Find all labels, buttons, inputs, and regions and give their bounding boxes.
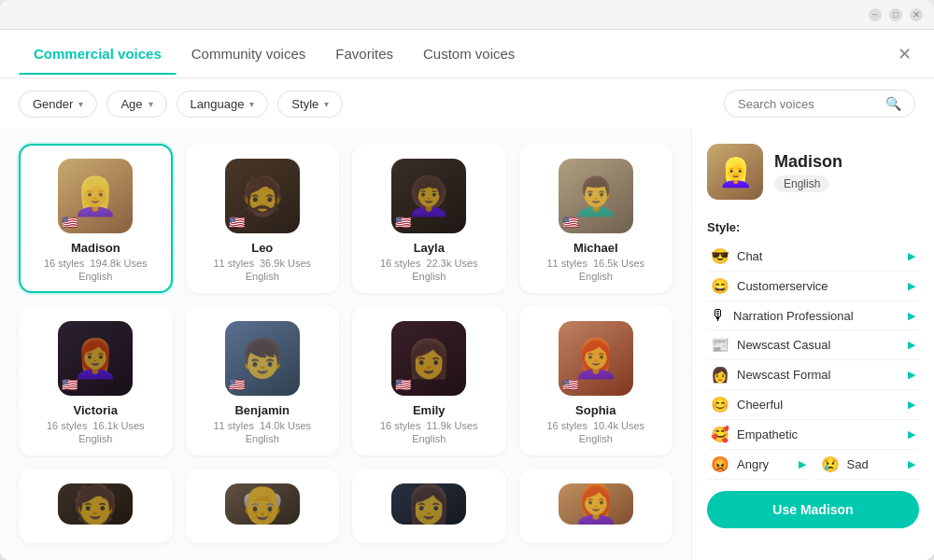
voice-avatar: 👩‍🦰 (559, 483, 633, 525)
side-voice-language: English (774, 175, 829, 192)
voice-card-emily[interactable]: 👩 🇺🇸 Emily 16 styles 11.9k Uses English (352, 306, 506, 455)
side-voice-info: Madison English (774, 152, 842, 192)
style-name: Angry (737, 457, 791, 471)
style-name: Chat (737, 249, 900, 263)
maximize-button[interactable]: □ (889, 8, 902, 21)
style-item-customerservice[interactable]: 😄 Customerservice ▶ (707, 272, 919, 301)
voice-language: English (246, 433, 279, 444)
style-item-cheerful[interactable]: 😊 Cheerful ▶ (707, 390, 919, 420)
style-item-empathetic[interactable]: 🥰 Empathetic ▶ (707, 420, 919, 450)
age-chevron-icon: ▾ (149, 99, 153, 109)
style-name: Newscast Formal (737, 368, 900, 382)
use-voice-button[interactable]: Use Madison (707, 491, 919, 528)
style-name: Sad (847, 457, 901, 471)
play-icon[interactable]: ▶ (908, 310, 915, 322)
flag-badge: 🇺🇸 (62, 377, 78, 392)
flag-badge: 🇺🇸 (229, 215, 245, 230)
style-filter[interactable]: Style ▾ (277, 91, 343, 118)
voice-card-partial1[interactable]: 🧑 (19, 469, 173, 543)
voice-avatar: 👩‍🦱 🇺🇸 (391, 159, 466, 233)
main-content: 👱‍♀️ 🇺🇸 Madison 16 styles 194.8k Uses En… (0, 129, 934, 560)
voice-avatar: 👨‍🦱 🇺🇸 (559, 159, 633, 233)
tab-favorites[interactable]: Favorites (320, 33, 408, 75)
voice-name: Madison (71, 241, 120, 255)
voice-name: Emily (413, 403, 446, 417)
style-item-angry[interactable]: 😡 Angry ▶ (707, 450, 810, 480)
side-panel: 👱‍♀️ Madison English Style: 😎 Chat ▶ 😄 C… (691, 129, 934, 560)
play-icon[interactable]: ▶ (908, 339, 915, 351)
voice-meta: 16 styles 22.3k Uses (380, 258, 478, 269)
search-box: 🔍 (724, 90, 915, 118)
voice-language: English (246, 271, 279, 282)
gender-filter[interactable]: Gender ▾ (19, 91, 97, 118)
voice-meta: 16 styles 11.9k Uses (380, 420, 478, 431)
voice-card-benjamin[interactable]: 👦 🇺🇸 Benjamin 11 styles 14.0k Uses Engli… (186, 306, 340, 455)
play-icon[interactable]: ▶ (799, 458, 806, 470)
style-item-chat[interactable]: 😎 Chat ▶ (707, 242, 919, 272)
close-button[interactable]: ✕ (910, 8, 923, 21)
style-item-sad[interactable]: 😢 Sad ▶ (817, 450, 920, 480)
style-emoji: 😡 (711, 455, 729, 473)
voice-avatar: 👦 🇺🇸 (225, 321, 300, 396)
voice-avatar: 👴 (225, 483, 300, 525)
voice-card-layla[interactable]: 👩‍🦱 🇺🇸 Layla 16 styles 22.3k Uses Englis… (352, 144, 506, 293)
voice-card-michael[interactable]: 👨‍🦱 🇺🇸 Michael 11 styles 16.5k Uses Engl… (519, 144, 673, 293)
side-avatar: 👱‍♀️ (707, 144, 763, 200)
voice-card-partial4[interactable]: 👩‍🦰 (519, 469, 673, 543)
play-icon[interactable]: ▶ (908, 428, 915, 441)
language-filter[interactable]: Language ▾ (177, 91, 269, 118)
minimize-button[interactable]: − (869, 8, 882, 21)
flag-badge: 🇺🇸 (395, 377, 411, 392)
app-window: − □ ✕ Commercial voices Community voices… (0, 0, 934, 560)
styles-list: 😎 Chat ▶ 😄 Customerservice ▶ 🎙 Narration… (707, 242, 919, 450)
flag-badge: 🇺🇸 (562, 377, 578, 392)
play-icon[interactable]: ▶ (908, 369, 915, 381)
style-name: Narration Professional (733, 309, 900, 323)
play-icon[interactable]: ▶ (908, 280, 915, 292)
tab-custom[interactable]: Custom voices (408, 33, 530, 75)
voice-name: Michael (573, 241, 618, 255)
voice-card-partial2[interactable]: 👴 (186, 469, 340, 543)
voice-card-madison[interactable]: 👱‍♀️ 🇺🇸 Madison 16 styles 194.8k Uses En… (19, 144, 173, 293)
voice-meta: 11 styles 36.9k Uses (213, 258, 311, 269)
gender-chevron-icon: ▾ (78, 99, 83, 109)
tabs-bar: Commercial voices Community voices Favor… (0, 30, 934, 78)
voice-grid: 👱‍♀️ 🇺🇸 Madison 16 styles 194.8k Uses En… (19, 144, 672, 543)
voice-meta: 16 styles 10.4k Uses (546, 420, 644, 431)
voice-language: English (412, 433, 446, 444)
search-icon[interactable]: 🔍 (885, 96, 901, 111)
age-filter[interactable]: Age ▾ (106, 91, 166, 118)
voice-avatar: 👩‍🦰 🇺🇸 (58, 321, 133, 396)
style-item-narration[interactable]: 🎙 Narration Professional ▶ (707, 301, 919, 330)
tab-community[interactable]: Community voices (177, 33, 321, 75)
bottom-styles-row: 😡 Angry ▶ 😢 Sad ▶ (707, 450, 919, 480)
style-item-newscast-casual[interactable]: 📰 Newscast Casual ▶ (707, 330, 919, 360)
voice-grid-container[interactable]: 👱‍♀️ 🇺🇸 Madison 16 styles 194.8k Uses En… (0, 129, 691, 560)
flag-badge: 🇺🇸 (62, 215, 78, 230)
style-emoji: 😎 (711, 247, 729, 265)
play-icon[interactable]: ▶ (908, 458, 915, 470)
voice-card-victoria[interactable]: 👩‍🦰 🇺🇸 Victoria 16 styles 16.1k Uses Eng… (19, 306, 173, 455)
voice-language: English (78, 433, 112, 444)
voice-avatar: 🧑 (58, 483, 133, 525)
voice-card-sophia[interactable]: 👩‍🦰 🇺🇸 Sophia 16 styles 10.4k Uses Engli… (519, 306, 673, 455)
voice-card-leo[interactable]: 🧔 🇺🇸 Leo 11 styles 36.9k Uses English (186, 144, 340, 293)
search-input[interactable] (738, 97, 878, 111)
voice-meta: 16 styles 194.8k Uses (44, 258, 148, 269)
style-emoji: 👩 (711, 366, 729, 384)
voice-meta: 11 styles 14.0k Uses (213, 420, 311, 431)
play-icon[interactable]: ▶ (908, 399, 915, 411)
style-name: Newscast Casual (737, 338, 900, 352)
voice-name: Sophia (575, 403, 616, 417)
style-emoji: 📰 (711, 336, 729, 354)
play-icon[interactable]: ▶ (908, 250, 915, 262)
dialog-close-button[interactable]: ✕ (894, 44, 915, 64)
voice-card-partial3[interactable]: 👩 (352, 469, 506, 543)
style-item-newscast-formal[interactable]: 👩 Newscast Formal ▶ (707, 360, 919, 390)
style-emoji: 😄 (711, 277, 729, 295)
style-emoji: 😢 (821, 455, 840, 473)
style-section-label: Style: (707, 220, 919, 234)
tab-commercial[interactable]: Commercial voices (19, 33, 177, 75)
voice-avatar: 👩 (391, 483, 466, 525)
voice-name: Benjamin (234, 403, 290, 417)
